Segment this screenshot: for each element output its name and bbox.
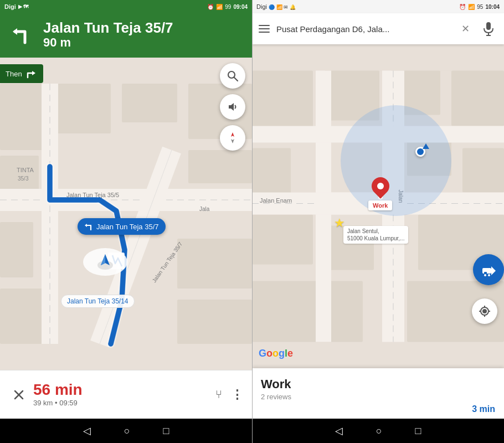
svg-rect-48 <box>462 148 504 193</box>
carrier-right: Digi 🔵 📶 ✉ 🔔 <box>256 3 296 10</box>
recent-button-left[interactable]: □ <box>163 425 169 437</box>
home-button-left[interactable]: ○ <box>124 425 130 437</box>
android-nav-left: ◁ ○ □ <box>0 419 252 443</box>
panel-divider <box>252 0 253 443</box>
recent-button-right[interactable]: □ <box>415 425 421 437</box>
destination-pin: Work <box>368 177 392 210</box>
android-nav-right: ◁ ○ □ <box>252 419 504 443</box>
home-button-right[interactable]: ○ <box>376 425 382 437</box>
svg-marker-0 <box>13 28 17 35</box>
accuracy-circle <box>341 105 451 216</box>
svg-marker-30 <box>85 224 87 227</box>
svg-marker-1 <box>32 71 35 75</box>
svg-marker-28 <box>231 132 234 137</box>
right-panel: Digi 🔵 📶 ✉ 🔔 ⏰ 📶 95 10:04 Pusat Perdagan… <box>252 0 504 443</box>
place-reviews: 2 reviews <box>261 393 495 401</box>
route-options-button[interactable]: ⑂ <box>215 388 222 401</box>
travel-time: 3 min <box>472 404 495 414</box>
clear-search-button[interactable]: ✕ <box>457 21 473 37</box>
svg-rect-50 <box>252 281 363 342</box>
svg-line-26 <box>234 78 238 81</box>
turn-arrow-icon <box>8 21 35 49</box>
svg-text:Jala: Jala <box>199 206 210 212</box>
directions-fab-button[interactable] <box>473 254 504 285</box>
svg-marker-29 <box>231 139 234 143</box>
street-label-bubble: Jalan Tun Teja 35/14 <box>61 295 135 308</box>
svg-text:35/3: 35/3 <box>18 176 29 182</box>
status-right-left: ⏰ 📶 99 09:04 <box>207 4 248 10</box>
status-icons-right: ⏰ 📶 95 10:04 <box>459 4 500 10</box>
place-name: Work <box>261 377 495 392</box>
search-button[interactable] <box>220 63 245 89</box>
then-badge: Then <box>0 64 43 83</box>
svg-rect-8 <box>188 150 252 183</box>
pin-label: Work <box>368 200 392 210</box>
my-location-button[interactable] <box>472 298 497 324</box>
back-button-left[interactable]: ◁ <box>83 425 91 437</box>
search-bar: Pusat Perdagangan D6, Jala... ✕ <box>252 13 504 44</box>
status-bar-left: Digi ▶ 🗺 ⏰ 📶 99 09:04 <box>0 0 252 13</box>
left-map-area: Jalan Tun Teja 35/5 TINTA 35/3 Jalan Tun… <box>0 58 252 370</box>
status-bar-right: Digi 🔵 📶 ✉ 🔔 ⏰ 📶 95 10:04 <box>252 0 504 13</box>
svg-marker-27 <box>229 103 234 111</box>
nav-details: 39 km • 09:59 <box>33 399 211 407</box>
svg-rect-45 <box>252 215 313 265</box>
svg-rect-36 <box>486 22 491 30</box>
svg-point-72 <box>488 274 490 276</box>
svg-text:Jalan Enam: Jalan Enam <box>260 197 292 204</box>
right-map-area: Jalan Enam Jalan Work ★ Jalan Sentul, 51… <box>252 44 504 368</box>
bottom-nav-bar: 56 min 39 km • 09:59 ⑂ ⋮ <box>0 370 252 419</box>
location-direction-indicator <box>423 143 429 149</box>
svg-text:TINTA: TINTA <box>17 167 34 173</box>
volume-button[interactable] <box>220 94 245 120</box>
svg-rect-3 <box>0 84 44 150</box>
svg-marker-69 <box>491 266 496 275</box>
voice-search-button[interactable] <box>480 20 497 38</box>
svg-point-71 <box>484 274 486 276</box>
left-panel: Digi ▶ 🗺 ⏰ 📶 99 09:04 Jalan Tun Teja 35/… <box>0 0 252 443</box>
nav-info: Jalan Tun Teja 35/7 90 m <box>43 20 244 50</box>
svg-rect-10 <box>0 289 44 344</box>
nav-header: Jalan Tun Teja 35/7 90 m <box>0 13 252 58</box>
svg-rect-5 <box>55 84 111 133</box>
back-button-right[interactable]: ◁ <box>335 425 343 437</box>
svg-text:Jalan Tun Teja 35/5: Jalan Tun Teja 35/5 <box>66 192 119 198</box>
nav-stats: 56 min 39 km • 09:59 <box>33 382 211 407</box>
nav-distance: 90 m <box>43 35 244 50</box>
svg-rect-9 <box>0 222 33 277</box>
hamburger-menu-button[interactable] <box>259 25 270 33</box>
address-label: Jalan Sentul, 51000 Kuala Lumpur,... <box>343 226 408 244</box>
turn-instruction-bubble: Jalan Tun Teja 35/7 <box>78 218 166 235</box>
svg-rect-11 <box>177 239 252 289</box>
nav-street-name: Jalan Tun Teja 35/7 <box>43 20 244 36</box>
current-location-indicator <box>83 248 127 276</box>
google-logo: Google <box>259 348 293 359</box>
svg-point-62 <box>482 309 487 313</box>
close-navigation-button[interactable] <box>9 385 29 405</box>
estimated-time: 56 min <box>33 382 211 398</box>
svg-rect-6 <box>122 84 177 122</box>
nav-actions: ⑂ ⋮ <box>215 388 243 402</box>
search-query-text: Pusat Perdagangan D6, Jala... <box>276 24 451 34</box>
place-bottom-sheet: Work 2 reviews 3 min <box>252 368 504 419</box>
carrier-left: Digi ▶ 🗺 <box>4 3 28 10</box>
compass-button[interactable] <box>220 125 245 151</box>
svg-rect-43 <box>451 71 504 126</box>
left-map-svg: Jalan Tun Teja 35/5 TINTA 35/3 Jalan Tun… <box>0 58 252 370</box>
more-options-button[interactable]: ⋮ <box>231 388 243 402</box>
svg-rect-12 <box>177 300 252 344</box>
sheet-bottom-row: 3 min <box>261 404 495 414</box>
